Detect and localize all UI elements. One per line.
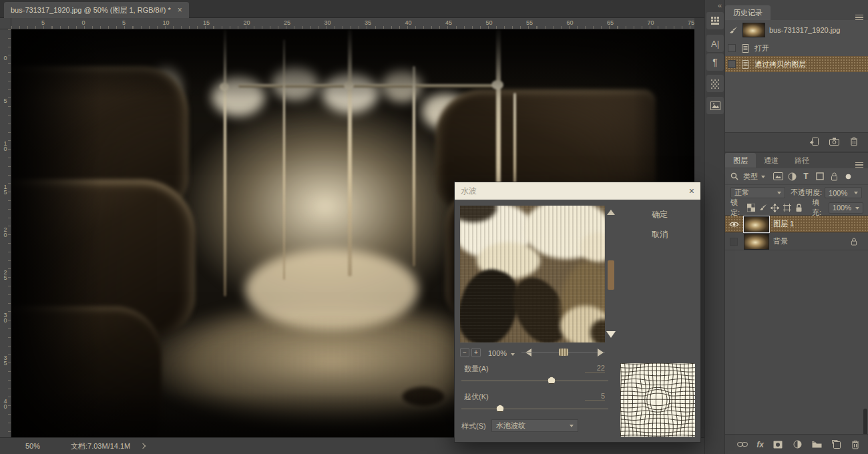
history-item-snapshot[interactable]: bus-731317_1920.jpg [725, 20, 868, 40]
filter-toggle-icon[interactable] [843, 172, 853, 182]
ok-button[interactable]: 确定 [652, 209, 668, 220]
amount-label: 数量(A) [464, 364, 489, 374]
add-layer-mask-icon[interactable] [773, 439, 783, 449]
history-item-open[interactable]: 打开 [725, 40, 868, 56]
swatches-panel-icon[interactable] [706, 12, 724, 29]
status-menu-chevron-icon[interactable] [140, 443, 146, 449]
layer-row-background[interactable]: 背景 [725, 233, 868, 250]
ruler-label: 5 [122, 19, 126, 26]
history-source-checkbox[interactable] [728, 44, 736, 52]
history-item-layer-via-copy[interactable]: 通过拷贝的图层 [725, 56, 868, 72]
delete-state-trash-icon[interactable] [849, 136, 859, 146]
tab-channels[interactable]: 通道 [756, 153, 787, 168]
layer-style-fx-icon[interactable]: fx [756, 440, 764, 449]
zigzag-filter-dialog: 水波 × − + 100% 确定 取消 [454, 182, 701, 443]
ruler-label: 30 [324, 19, 331, 26]
ruler-label: 2 0 [0, 227, 11, 238]
document-tab[interactable]: bus-731317_1920.jpg @ 50% (图层 1, RGB/8#)… [4, 2, 189, 18]
tab-layers[interactable]: 图层 [725, 153, 756, 168]
preview-vertical-scrollbar[interactable] [606, 206, 616, 343]
new-group-folder-icon[interactable] [811, 439, 822, 449]
fill-select[interactable]: 100% [829, 202, 863, 214]
lock-image-pixels-brush-icon[interactable] [759, 203, 768, 213]
history-snapshot-thumbnail [742, 23, 765, 37]
lock-all-icon[interactable] [795, 203, 803, 213]
history-state-icon [740, 43, 750, 53]
scroll-down-icon[interactable] [606, 331, 616, 343]
filter-shape-icon[interactable] [815, 172, 825, 182]
layers-panel-tabs: 图层 通道 路径 [725, 152, 868, 168]
layer-thumbnail[interactable] [744, 216, 769, 232]
brushes-panel-icon[interactable] [706, 75, 724, 92]
cancel-button[interactable]: 取消 [652, 229, 668, 240]
layers-filter-row: 类型 T [725, 168, 868, 184]
filter-pixel-layers-icon[interactable] [773, 172, 783, 182]
delete-layer-trash-icon[interactable] [850, 439, 861, 449]
lock-artboard-icon[interactable] [783, 203, 791, 213]
status-zoom-field[interactable]: 50% [25, 442, 52, 450]
ruler-label: 5 [41, 19, 45, 26]
character-panel-icon[interactable]: A| [706, 35, 724, 52]
layers-panel-footer: fx [725, 434, 868, 454]
history-list: bus-731317_1920.jpg 打开 通过拷贝的图层 [725, 20, 868, 132]
layer-name[interactable]: 背景 [773, 236, 788, 246]
layer-thumbnail[interactable] [744, 234, 769, 250]
scrollbar-thumb[interactable] [608, 260, 614, 290]
blend-mode-select[interactable]: 正常 [730, 187, 785, 198]
zoom-out-button[interactable]: − [460, 348, 469, 357]
filter-preview-image[interactable] [460, 206, 605, 343]
libraries-panel-icon[interactable] [706, 97, 724, 114]
scroll-left-icon[interactable] [521, 349, 531, 357]
ruler-label: 40 [405, 19, 412, 26]
tab-paths[interactable]: 路径 [787, 153, 817, 168]
chevron-down-icon [761, 176, 765, 180]
zoom-in-button[interactable]: + [471, 348, 481, 357]
adjustment-layer-icon[interactable] [792, 439, 803, 449]
amount-slider-thumb[interactable] [548, 377, 556, 384]
style-select[interactable]: 水池波纹 [491, 419, 578, 432]
chevron-down-icon[interactable] [511, 353, 515, 358]
ridges-slider-thumb[interactable] [496, 405, 504, 412]
dialog-close-icon[interactable]: × [689, 186, 694, 196]
visibility-eye-icon[interactable] [728, 219, 740, 230]
ridges-slider-track[interactable] [461, 409, 608, 409]
background-lock-icon [849, 236, 859, 246]
filter-smart-object-icon[interactable] [829, 172, 839, 182]
lock-transparent-pixels-icon[interactable] [747, 203, 756, 213]
filter-adjustment-icon[interactable] [787, 172, 797, 182]
right-panel-dock: 历史记录 bus-731317_1920.jpg 打开 [724, 0, 868, 454]
layers-panel-menu-icon[interactable] [855, 162, 863, 168]
ruler-label: 3 5 [0, 355, 11, 366]
ruler-label: 45 [445, 19, 452, 26]
paragraph-panel-icon[interactable]: ¶ [706, 53, 724, 71]
filter-type-icon[interactable]: T [801, 172, 811, 182]
history-source-checkbox[interactable] [728, 60, 736, 68]
tab-history[interactable]: 历史记录 [725, 5, 771, 20]
chevron-down-icon [777, 192, 781, 196]
lock-position-move-icon[interactable] [771, 203, 779, 213]
collapse-panels-icon[interactable]: « [718, 1, 722, 9]
new-layer-icon[interactable] [831, 439, 841, 449]
opacity-select[interactable]: 100% [825, 187, 862, 198]
ruler-label: 3 0 [0, 312, 11, 323]
layer-row-layer1[interactable]: 图层 1 [725, 216, 868, 233]
ruler-label: 2 5 [0, 270, 11, 280]
history-panel-menu-icon[interactable] [855, 15, 863, 21]
new-snapshot-camera-icon[interactable] [829, 136, 839, 146]
history-brush-icon[interactable] [728, 25, 738, 35]
tab-close-icon[interactable]: × [178, 5, 182, 15]
preview-zoom-value[interactable]: 100% [488, 349, 507, 357]
link-layers-icon[interactable] [737, 439, 748, 449]
search-icon [729, 172, 740, 182]
filter-kind-select[interactable]: 类型 [743, 172, 758, 182]
scrollbar-thumb[interactable] [559, 349, 568, 356]
dialog-title-bar[interactable]: 水波 × [455, 182, 700, 200]
amount-slider-track[interactable] [461, 381, 608, 381]
layer-name[interactable]: 图层 1 [773, 219, 794, 229]
visibility-eye-empty[interactable] [728, 236, 740, 247]
new-document-from-state-icon[interactable] [809, 136, 819, 146]
scroll-right-icon[interactable] [598, 349, 608, 357]
amount-value-field[interactable]: 22 [585, 364, 605, 373]
scroll-up-icon[interactable] [607, 206, 615, 215]
ridges-value-field[interactable]: 5 [585, 392, 605, 401]
